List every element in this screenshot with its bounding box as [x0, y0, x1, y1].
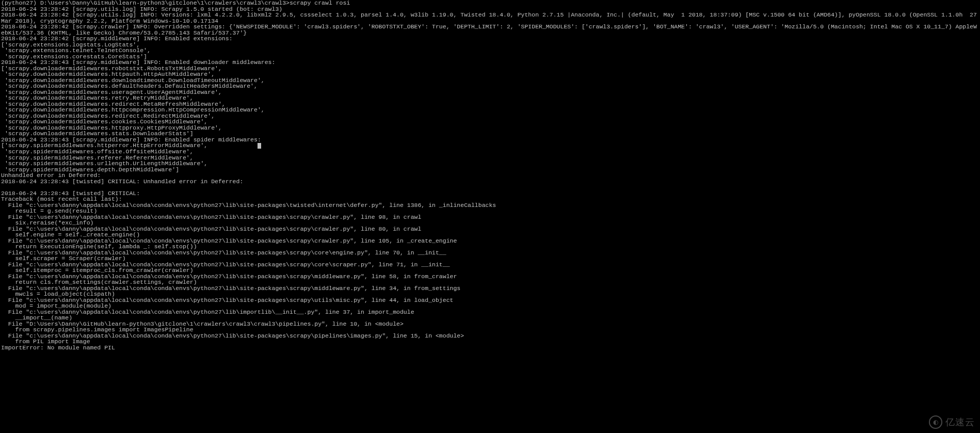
- watermark-logo-icon: ◐: [929, 415, 942, 429]
- log-lines-after-cursor: 'scrapy.spidermiddlewares.offsite.Offsit…: [1, 148, 496, 351]
- watermark: ◐ 亿速云: [929, 415, 975, 429]
- text-cursor: [258, 143, 261, 149]
- watermark-text: 亿速云: [945, 418, 975, 427]
- terminal-output[interactable]: (python27) D:\Users\Danny\GitHub\learn-p…: [0, 0, 980, 350]
- log-lines: 2018-06-24 23:28:42 [scrapy.utils.log] I…: [1, 6, 980, 143]
